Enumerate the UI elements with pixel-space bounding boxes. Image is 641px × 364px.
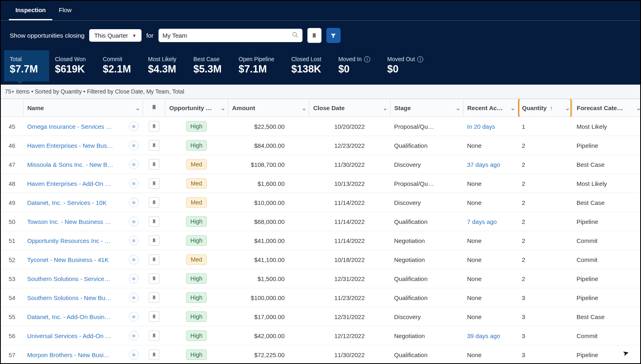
- star-cell: [143, 174, 165, 193]
- forecast-cell: Most Likely: [572, 117, 640, 136]
- chevron-down-icon[interactable]: ⌄: [510, 105, 515, 111]
- bookmark-toggle[interactable]: [149, 235, 159, 246]
- row-index: 52: [1, 250, 23, 269]
- metric-commit[interactable]: Commit$2.1M: [97, 50, 142, 81]
- bookmark-toggle[interactable]: [149, 197, 159, 208]
- close-date-cell: 12/31/2022: [309, 269, 390, 288]
- period-dropdown[interactable]: This Quarter ▼: [89, 29, 141, 42]
- opportunity-link[interactable]: Datanet, Inc. - Add-On Busin…: [27, 313, 126, 320]
- bookmark-button[interactable]: [307, 28, 322, 43]
- col-close-date[interactable]: Close Date ⌄: [309, 99, 390, 117]
- chevron-down-icon[interactable]: ⌄: [221, 105, 225, 111]
- einstein-score-icon[interactable]: ⚛: [129, 217, 139, 226]
- chevron-down-icon[interactable]: ⌄: [302, 105, 307, 111]
- tab-flow[interactable]: Flow: [52, 1, 78, 20]
- priority-cell: Med: [165, 174, 228, 193]
- chevron-down-icon[interactable]: ⌄: [565, 105, 570, 111]
- col-recent[interactable]: Recent Ac… ⌄: [463, 99, 518, 117]
- opportunity-link[interactable]: Datanet, Inc. - Services - 10K: [27, 199, 126, 206]
- bookmark-toggle[interactable]: [149, 254, 159, 265]
- einstein-score-icon[interactable]: ⚛: [129, 140, 139, 150]
- header-region: InspectionFlow Show opportunities closin…: [1, 1, 640, 85]
- table-row: 55Datanet, Inc. - Add-On Busin…⚛High$17,…: [1, 307, 640, 326]
- priority-badge: High: [186, 273, 207, 284]
- opportunity-link[interactable]: Universal Services - Add-On …: [27, 332, 126, 339]
- col-name[interactable]: Name ⌄: [23, 99, 143, 117]
- recent-activity-value: None: [467, 199, 482, 206]
- metric-open-pipeline[interactable]: Open Pipeline$7.1M: [233, 50, 286, 81]
- recent-activity-value: None: [467, 180, 482, 187]
- chevron-down-icon[interactable]: ⌄: [456, 105, 461, 111]
- col-stage[interactable]: Stage ⌄: [390, 99, 463, 117]
- info-icon: i: [417, 56, 423, 62]
- bookmark-toggle[interactable]: [149, 121, 159, 132]
- bookmark-toggle[interactable]: [149, 330, 159, 341]
- chevron-down-icon[interactable]: ⌄: [636, 105, 640, 111]
- opportunity-link[interactable]: Towson Inc. - New Business …: [27, 218, 126, 225]
- bookmark-toggle[interactable]: [149, 292, 159, 303]
- bookmark-toggle[interactable]: [149, 140, 159, 151]
- bookmark-toggle[interactable]: [149, 216, 159, 227]
- opportunity-link[interactable]: Haven Enterprises - Add-On …: [27, 180, 126, 187]
- bookmark-toggle[interactable]: [149, 273, 159, 284]
- einstein-score-icon[interactable]: ⚛: [129, 236, 139, 245]
- bookmark-toggle[interactable]: [149, 159, 159, 170]
- star-cell: [143, 307, 165, 326]
- metric-total[interactable]: Total$7.7M: [4, 50, 49, 81]
- opportunity-link[interactable]: Southern Solutions - New Bu…: [27, 294, 126, 301]
- bookmark-toggle[interactable]: [149, 349, 159, 360]
- metric-value: $2.1M: [103, 63, 131, 75]
- forecast-cell: Pipeline: [572, 288, 640, 307]
- opportunity-link[interactable]: Morpon Brothers - New Busi…: [27, 351, 126, 358]
- einstein-score-icon[interactable]: ⚛: [129, 274, 139, 283]
- opportunity-link[interactable]: Missoula & Sons Inc. - New B…: [27, 161, 126, 168]
- priority-cell: Med: [165, 193, 228, 212]
- einstein-score-icon[interactable]: ⚛: [129, 160, 139, 169]
- recent-activity-value[interactable]: 39 days ago: [467, 332, 500, 339]
- team-input[interactable]: [163, 32, 292, 39]
- col-quantity-label: Quantity: [522, 104, 547, 111]
- filter-button[interactable]: [326, 28, 341, 43]
- einstein-score-icon[interactable]: ⚛: [129, 293, 139, 302]
- chevron-down-icon[interactable]: ⌄: [383, 105, 388, 111]
- opportunity-link[interactable]: Opportunity Resources Inc - …: [27, 237, 126, 244]
- einstein-score-icon[interactable]: ⚛: [129, 179, 139, 188]
- bookmark-toggle[interactable]: [149, 178, 159, 189]
- col-amount[interactable]: Amount ⌄: [228, 99, 309, 117]
- search-icon: [292, 32, 298, 39]
- metric-moved-in[interactable]: Moved Ini$0: [332, 50, 382, 81]
- col-quantity[interactable]: Quantity ↑ ⌄: [518, 99, 572, 117]
- einstein-score-icon[interactable]: ⚛: [129, 350, 139, 360]
- amount-cell: $41,000.00: [228, 231, 309, 250]
- name-cell: Haven Enterprises - Add-On …⚛: [23, 174, 143, 193]
- recent-activity-value[interactable]: In 20 days: [467, 123, 495, 130]
- tab-inspection[interactable]: Inspection: [9, 1, 52, 20]
- opportunity-link[interactable]: Haven Enterprises - New Bus…: [27, 142, 126, 149]
- metric-best-case[interactable]: Best Case$5.3M: [188, 50, 233, 81]
- einstein-score-icon[interactable]: ⚛: [129, 121, 139, 131]
- bookmark-toggle[interactable]: [149, 311, 159, 322]
- metric-closed-lost[interactable]: Closed Lost$138K: [285, 50, 332, 81]
- einstein-score-icon[interactable]: ⚛: [129, 198, 139, 207]
- opportunity-link[interactable]: Southern Solutions - Service…: [27, 275, 126, 282]
- recent-activity-value: None: [467, 313, 482, 320]
- einstein-score-icon[interactable]: ⚛: [129, 331, 139, 341]
- recent-activity-value[interactable]: 37 days ago: [467, 161, 500, 168]
- chevron-down-icon[interactable]: ⌄: [135, 105, 140, 111]
- tabs-bar: InspectionFlow: [1, 1, 640, 21]
- col-forecast[interactable]: Forecast Cate… ⌄: [572, 99, 640, 117]
- opportunity-link[interactable]: Tyconet - New Business - 41K: [27, 256, 126, 263]
- einstein-score-icon[interactable]: ⚛: [129, 312, 139, 321]
- recent-activity-value[interactable]: 7 days ago: [467, 218, 497, 225]
- einstein-score-icon[interactable]: ⚛: [129, 255, 139, 264]
- name-cell: Datanet, Inc. - Services - 10K⚛: [23, 193, 143, 212]
- metric-closed-won[interactable]: Closed Won$619K: [49, 50, 97, 81]
- name-cell: Morpon Brothers - New Busi…⚛: [23, 345, 143, 364]
- metric-moved-out[interactable]: Moved Outi$0: [382, 50, 435, 81]
- team-input-wrap[interactable]: [159, 29, 302, 42]
- col-opportunity[interactable]: Opportunity … ⌄: [165, 99, 228, 117]
- opportunity-link[interactable]: Omega Insurance - Services …: [27, 123, 126, 130]
- col-name-label: Name: [28, 104, 44, 111]
- col-star[interactable]: [143, 99, 165, 117]
- metric-most-likely[interactable]: Most Likely$4.3M: [142, 50, 188, 81]
